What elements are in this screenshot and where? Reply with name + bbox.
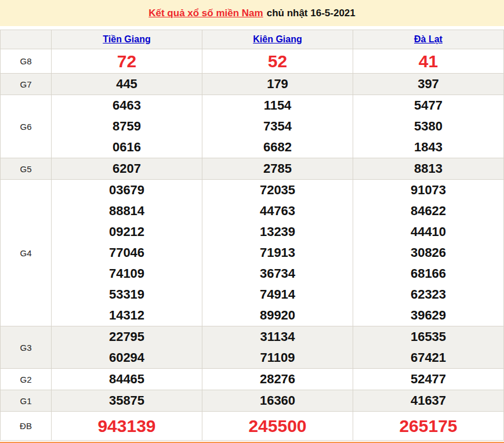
result-number: 14312 bbox=[52, 305, 202, 326]
result-cell: 8813 bbox=[353, 158, 504, 180]
result-number: 44763 bbox=[202, 201, 353, 221]
result-number: 39629 bbox=[353, 305, 503, 326]
corner-cell bbox=[1, 30, 52, 49]
result-cell: 16360 bbox=[202, 390, 353, 412]
result-number: 16360 bbox=[202, 390, 353, 411]
result-number: 03679 bbox=[52, 180, 202, 201]
province-header-cell: Kiên Giang bbox=[202, 30, 353, 49]
prize-label: G5 bbox=[1, 158, 52, 180]
result-number: 71109 bbox=[202, 347, 353, 368]
prize-row: G3227956029431134711091653567421 bbox=[1, 326, 504, 369]
result-cell: 646387590616 bbox=[52, 95, 202, 158]
result-number: 16535 bbox=[353, 326, 503, 347]
result-cell: 943139 bbox=[52, 412, 202, 441]
title-link[interactable]: Kết quả xổ số miền Nam bbox=[148, 8, 263, 19]
result-number: 72 bbox=[52, 49, 202, 73]
result-cell: 52 bbox=[202, 49, 353, 74]
prize-label: G7 bbox=[1, 74, 52, 95]
result-number: 6682 bbox=[202, 137, 353, 158]
result-cell: 265175 bbox=[353, 412, 504, 441]
result-number: 28276 bbox=[202, 369, 353, 390]
result-cell: 91073846224441030826681666232339629 bbox=[353, 180, 504, 326]
result-number: 44410 bbox=[353, 221, 503, 242]
prize-label: G6 bbox=[1, 95, 52, 158]
result-cell: 35875 bbox=[52, 390, 202, 412]
prize-label: G4 bbox=[1, 180, 52, 326]
province-header-row: Tiền GiangKiên GiangĐà Lạt bbox=[1, 30, 504, 49]
prize-label: G1 bbox=[1, 390, 52, 412]
result-number: 6463 bbox=[52, 95, 202, 116]
result-number: 397 bbox=[353, 74, 503, 95]
result-cell: 245500 bbox=[202, 412, 353, 441]
result-number: 35875 bbox=[52, 390, 202, 411]
result-number: 52 bbox=[202, 49, 353, 73]
result-number: 30826 bbox=[353, 242, 503, 263]
result-number: 09212 bbox=[52, 221, 202, 242]
result-cell: 1653567421 bbox=[353, 326, 504, 369]
result-cell: 115473546682 bbox=[202, 95, 353, 158]
result-number: 74109 bbox=[52, 263, 202, 284]
result-number: 22795 bbox=[52, 326, 202, 347]
result-number: 72035 bbox=[202, 180, 353, 201]
result-number: 31134 bbox=[202, 326, 353, 347]
result-number: 41637 bbox=[353, 390, 503, 411]
result-number: 60294 bbox=[52, 347, 202, 368]
prize-row: G2844652827652477 bbox=[1, 369, 504, 390]
result-number: 245500 bbox=[202, 412, 353, 440]
result-number: 52477 bbox=[353, 369, 503, 390]
province-link[interactable]: Tiền Giang bbox=[103, 34, 150, 44]
title-date: chủ nhật 16-5-2021 bbox=[267, 8, 356, 19]
result-cell: 397 bbox=[353, 74, 504, 95]
result-number: 84465 bbox=[52, 369, 202, 390]
result-number: 6207 bbox=[52, 158, 202, 179]
result-number: 91073 bbox=[353, 180, 503, 201]
result-number: 68166 bbox=[353, 263, 503, 284]
result-cell: 3113471109 bbox=[202, 326, 353, 369]
province-link[interactable]: Kiên Giang bbox=[253, 34, 302, 44]
result-number: 943139 bbox=[52, 412, 202, 440]
prize-row: G8725241 bbox=[1, 49, 504, 74]
result-cell: 41637 bbox=[353, 390, 504, 412]
result-number: 13239 bbox=[202, 221, 353, 242]
result-number: 1154 bbox=[202, 95, 353, 116]
result-number: 265175 bbox=[353, 412, 503, 440]
result-number: 77046 bbox=[52, 242, 202, 263]
prize-row: G7445179397 bbox=[1, 74, 504, 95]
result-number: 88814 bbox=[52, 201, 202, 221]
results-table: Tiền GiangKiên GiangĐà Lạt G8725241G7445… bbox=[0, 30, 504, 441]
result-number: 5380 bbox=[353, 116, 503, 137]
result-cell: 72035447631323971913367347491489920 bbox=[202, 180, 353, 326]
prize-label: G8 bbox=[1, 49, 52, 74]
prize-label: G2 bbox=[1, 369, 52, 390]
result-number: 74914 bbox=[202, 284, 353, 305]
result-cell: 6207 bbox=[52, 158, 202, 180]
result-number: 7354 bbox=[202, 116, 353, 137]
prize-row: G6646387590616115473546682547753801843 bbox=[1, 95, 504, 158]
result-number: 8813 bbox=[353, 158, 503, 179]
result-number: 53319 bbox=[52, 284, 202, 305]
result-number: 2785 bbox=[202, 158, 353, 179]
result-cell: 445 bbox=[52, 74, 202, 95]
result-number: 0616 bbox=[52, 137, 202, 158]
results-table-body: G8725241G7445179397G66463875906161154735… bbox=[1, 49, 504, 441]
result-cell: 41 bbox=[353, 49, 504, 74]
result-number: 1843 bbox=[353, 137, 503, 158]
result-number: 179 bbox=[202, 74, 353, 95]
result-cell: 84465 bbox=[52, 369, 202, 390]
province-header-cell: Đà Lạt bbox=[353, 30, 504, 49]
result-number: 62323 bbox=[353, 284, 503, 305]
result-number: 41 bbox=[353, 49, 503, 73]
result-number: 71913 bbox=[202, 242, 353, 263]
results-table-head: Tiền GiangKiên GiangĐà Lạt bbox=[1, 30, 504, 49]
result-number: 36734 bbox=[202, 263, 353, 284]
province-link[interactable]: Đà Lạt bbox=[414, 34, 443, 44]
prize-row: G1358751636041637 bbox=[1, 390, 504, 412]
result-cell: 547753801843 bbox=[353, 95, 504, 158]
result-cell: 2279560294 bbox=[52, 326, 202, 369]
page-header: Kết quả xổ số miền Nam chủ nhật 16-5-202… bbox=[0, 0, 504, 26]
prize-row: G5620727858813 bbox=[1, 158, 504, 180]
result-cell: 2785 bbox=[202, 158, 353, 180]
result-cell: 179 bbox=[202, 74, 353, 95]
result-number: 8759 bbox=[52, 116, 202, 137]
prize-label: ĐB bbox=[1, 412, 52, 441]
